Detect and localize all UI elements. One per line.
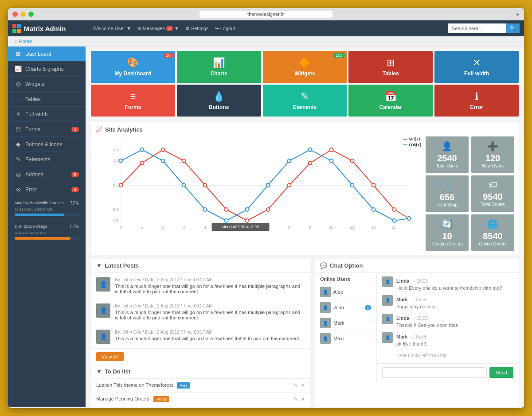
minimize-btn[interactable] <box>20 12 26 17</box>
svg-point-38 <box>372 208 376 211</box>
online-user-john[interactable]: 👤 John 3 <box>320 300 371 315</box>
widgets-tile-icon: 🔶 <box>299 57 311 69</box>
chat-input-area: Send <box>377 363 519 381</box>
logo-sq2 <box>17 24 21 28</box>
john-name: John <box>333 305 344 310</box>
svg-point-28 <box>161 159 165 163</box>
svg-point-21 <box>330 148 333 152</box>
tile-tables[interactable]: ⊞ Tables <box>348 51 433 83</box>
chat-bubble-3: Linda - 15:08 Thanks!!! See you soon tha… <box>396 314 513 328</box>
logo-text: Matrix Admin <box>24 25 66 32</box>
logo-sq4 <box>17 29 21 33</box>
sidebar-label-forms: Forms <box>25 126 40 132</box>
post-content-1: By: John Deo / Date: 2 Aug 2012 / Time:0… <box>115 277 305 294</box>
sidebar-label-fullwidth: Full width <box>25 111 48 117</box>
svg-point-37 <box>351 183 354 187</box>
search-button[interactable]: 🔍 <box>506 23 520 33</box>
post-item-1: 👤 By: John Deo / Date: 2 Aug 2012 / Time… <box>91 273 310 299</box>
logo-sq3 <box>12 29 16 33</box>
sidebar-item-error[interactable]: ⊗ Error 4 <box>8 182 86 197</box>
charts-tile-label: Charts <box>211 70 227 77</box>
nav-messages[interactable]: ✉ Messages 5 ▼ <box>137 26 179 31</box>
svg-point-20 <box>309 161 312 165</box>
nav-welcome[interactable]: Welcome User ▼ <box>93 26 131 31</box>
view-all-button[interactable]: View All <box>96 352 124 361</box>
close-btn[interactable] <box>12 12 18 17</box>
tables-tile-label: Tables <box>383 70 399 77</box>
online-user-maxi[interactable]: 👤 Maxi <box>320 331 371 346</box>
john-badge: 3 <box>365 305 371 310</box>
error-tile-icon: ℹ <box>475 91 478 102</box>
tile-forms[interactable]: ≡ Forms <box>91 85 175 117</box>
breadcrumb-home[interactable]: Home <box>19 39 32 44</box>
maximize-btn[interactable] <box>28 12 34 17</box>
addons-icon: ◎ <box>15 171 22 178</box>
svg-point-35 <box>309 148 312 152</box>
shop-icon: 🛒 <box>430 180 464 191</box>
logo-sq1 <box>12 24 16 28</box>
sidebar-item-forms[interactable]: ▤ Forms 3 <box>8 122 86 137</box>
url-bar[interactable]: themedesigner.in <box>200 11 332 18</box>
svg-point-27 <box>141 148 144 152</box>
svg-text:-0.5: -0.5 <box>112 207 119 212</box>
chat-bubble-4: Mark - 15:08 ok Bye than!!!. <box>396 332 513 346</box>
tile-fullwidth[interactable]: ✕ Full width <box>434 51 519 83</box>
chat-messages: 👤 Linda - 15:08 Hello Every one do u wan… <box>377 273 519 363</box>
todo-item-1: Luanch This theme on Themeforest Alex ✎ … <box>91 379 310 393</box>
new-tab-icon[interactable]: + <box>516 11 520 18</box>
sidebar-item-widgets[interactable]: ◎ Widgets <box>8 77 86 92</box>
dashboard-tile-label: My Dashboard <box>115 70 152 77</box>
sidebar-item-buttons[interactable]: ◆ Buttons & icons <box>8 137 86 152</box>
online-users-panel: Online Users 👤 Alex 👤 John 3 <box>315 273 377 381</box>
disk-progress-bar <box>15 237 79 240</box>
delete-icon-1[interactable]: ✕ <box>301 382 305 389</box>
tile-widgets[interactable]: 101 🔶 Widgets <box>263 51 347 83</box>
search-input[interactable] <box>448 23 506 33</box>
legend-sin-label: sin(x) <box>409 136 420 141</box>
todo-collapse-icon[interactable]: ▼ <box>96 368 102 375</box>
sidebar-item-dashboard[interactable]: ⊞ Dashboard <box>8 47 86 62</box>
chat-send-button[interactable]: Send <box>489 367 513 378</box>
online-user-alex[interactable]: 👤 Alex <box>320 284 371 300</box>
calendar-tile-icon: 📅 <box>385 91 397 102</box>
post-avatar-2: 👤 <box>96 303 110 318</box>
forms-tile-icon: ≡ <box>130 91 136 102</box>
tile-charts[interactable]: 📊 Charts <box>177 51 261 83</box>
tile-error[interactable]: ℹ Error <box>434 85 519 117</box>
online-user-mark[interactable]: 👤 Mark <box>320 315 371 331</box>
edit-icon-1[interactable]: ✎ <box>293 382 298 389</box>
svg-point-40 <box>407 217 411 220</box>
delete-icon-2[interactable]: ✕ <box>301 396 305 402</box>
nav-settings[interactable]: ⚙ Settings <box>185 26 209 31</box>
mark-avatar: 👤 <box>320 318 331 328</box>
chat-input[interactable] <box>382 367 487 378</box>
sidebar-item-addons[interactable]: ◎ Addons 5 <box>8 167 86 182</box>
todo-label-2: Manage Pending Orders Today <box>96 396 293 402</box>
new-users-number: 120 <box>476 153 510 163</box>
svg-point-22 <box>351 159 354 163</box>
tile-elements[interactable]: ✎ Elements <box>263 85 347 117</box>
sidebar-item-elements[interactable]: ✎ Eelements <box>8 152 86 167</box>
bandwidth-progress-fill <box>15 214 64 216</box>
envelope-icon: ✉ <box>137 26 141 31</box>
bandwidth-label: Monthly Bandwidth Transfer <box>15 201 64 206</box>
collapse-icon[interactable]: ▼ <box>96 262 102 269</box>
tile-calendar[interactable]: 📅 Calendar <box>348 85 433 117</box>
sidebar-item-charts[interactable]: 📈 Charts & graphs <box>8 62 86 77</box>
svg-text:0.0: 0.0 <box>113 183 119 187</box>
sidebar-item-tables[interactable]: ≡ Tables <box>8 92 86 107</box>
sidebar: ⊞ Dashboard 📈 Charts & graphs ◎ Widgets … <box>8 47 86 407</box>
chat-title: Chat Option <box>330 262 363 269</box>
edit-icon-2[interactable]: ✎ <box>293 396 298 402</box>
svg-point-24 <box>393 208 396 211</box>
svg-point-23 <box>372 183 376 187</box>
chat-time-3: - 15:08 <box>414 316 428 321</box>
tile-dashboard[interactable]: 20 🎨 My Dashboard <box>91 51 175 83</box>
fullwidth-icon: ✕ <box>15 111 22 117</box>
chat-sender-3: Linda <box>396 315 409 321</box>
chat-avatar-mark: 👤 <box>382 295 393 306</box>
online-users-title: Online Users <box>320 276 371 282</box>
nav-logout[interactable]: ↪ Logout <box>215 26 235 31</box>
sidebar-item-fullwidth[interactable]: ✕ Full width <box>8 107 86 122</box>
tile-buttons[interactable]: 💧 Buttons <box>177 85 261 117</box>
